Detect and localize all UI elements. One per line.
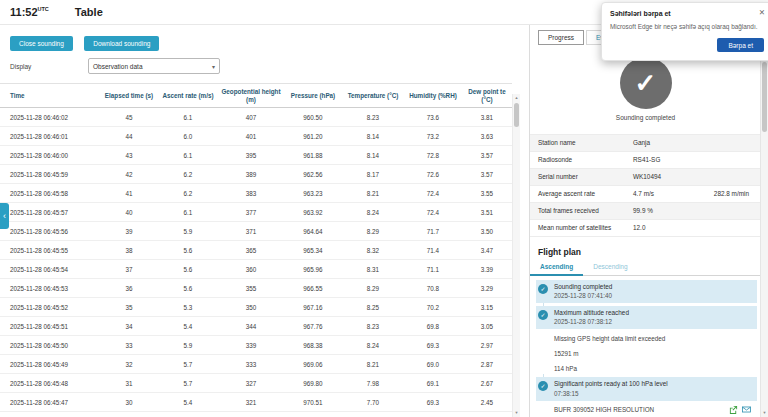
table-cell: 69.4 [404, 412, 462, 417]
table-cell: 3.15 [462, 298, 512, 316]
table-cell: 3.39 [462, 260, 512, 278]
tab-descending[interactable]: Descending [583, 260, 637, 275]
column-header[interactable]: Elapsed time (s) [100, 84, 158, 107]
column-header[interactable]: Humidity (%RH) [404, 84, 462, 107]
column-header[interactable]: Ascent rate (m/s) [158, 84, 218, 107]
status-pane: Progress Events ✓ Sounding completed Sta… [530, 24, 761, 417]
detail-value: RS41-SG [633, 156, 691, 163]
export-icon[interactable] [729, 405, 738, 414]
toast-body: Microsoft Edge bir neçə səhifə açıq olar… [610, 22, 764, 31]
table-row[interactable]: 2025-11-28 06:45:58416.2383963.238.2172.… [0, 184, 512, 203]
table-row[interactable]: 2025-11-28 06:45:54375.6360965.968.3171.… [0, 260, 512, 279]
table-cell: 401 [218, 127, 284, 145]
table-row[interactable]: 2025-11-28 06:45:46295.2315971.167.6869.… [0, 412, 512, 417]
table-cell: 3.51 [462, 203, 512, 221]
table-cell: 2025-11-28 06:46:00 [0, 146, 100, 164]
detail-value: 4.7 m/s [633, 190, 691, 197]
table-cell: 69.3 [404, 336, 462, 354]
column-header[interactable]: Dew point te (°C) [462, 84, 512, 107]
table-cell: 5.7 [158, 374, 218, 392]
table-row[interactable]: 2025-11-28 06:46:00436.1395961.888.1472.… [0, 146, 512, 165]
table-row[interactable]: 2025-11-28 06:45:52355.3350967.168.2570.… [0, 298, 512, 317]
table-cell: 3.57 [462, 165, 512, 183]
table-cell: 6.0 [158, 127, 218, 145]
flight-event[interactable]: ✓Maximum altitude reached2025-11-28 07:3… [536, 306, 757, 329]
flight-event-group: ✓Maximum altitude reached2025-11-28 07:3… [536, 306, 757, 374]
check-icon: ✓ [538, 310, 548, 320]
table-cell: 7.70 [342, 393, 404, 411]
detail-row: Average ascent rate4.7 m/s282.8 m/min [530, 185, 761, 202]
display-label: Display [10, 63, 88, 70]
table-row[interactable]: 2025-11-28 06:45:53365.6355966.558.2970.… [0, 279, 512, 298]
column-header[interactable]: Geopotential height (m) [218, 84, 284, 107]
table-body: 2025-11-28 06:46:02456.1407960.508.2373.… [0, 108, 512, 417]
tab-progress[interactable]: Progress [538, 30, 584, 45]
table-cell: 968.38 [284, 336, 342, 354]
table-cell: 41 [100, 184, 158, 202]
check-icon: ✓ [635, 68, 657, 99]
table-cell: 3.55 [462, 184, 512, 202]
table-cell: 3.57 [462, 146, 512, 164]
column-header[interactable]: Pressure (hPa) [284, 84, 342, 107]
table-row[interactable]: 2025-11-28 06:45:59426.2389962.568.1772.… [0, 165, 512, 184]
table-cell: 40 [100, 203, 158, 221]
detail-value: 12.0 [633, 224, 691, 231]
table-row[interactable]: 2025-11-28 06:45:50335.9339968.388.2469.… [0, 336, 512, 355]
table-scrollbar-thumb[interactable] [514, 103, 519, 127]
table-cell: 70.2 [404, 298, 462, 316]
table-cell: 2.87 [462, 355, 512, 373]
close-icon[interactable]: ✕ [759, 8, 765, 17]
scroll-up-icon[interactable]: ▲ [513, 94, 520, 102]
sidebar-collapse-handle[interactable]: ‹ [0, 203, 9, 229]
display-select[interactable]: Observation data ▾ [88, 58, 220, 74]
table-cell: 5.6 [158, 279, 218, 297]
table-cell: 6.2 [158, 165, 218, 183]
close-sounding-button[interactable]: Close sounding [10, 36, 73, 51]
restore-button[interactable]: Bərpa et [717, 38, 764, 52]
table-cell: 2025-11-28 06:45:48 [0, 374, 100, 392]
flight-plan-timeline: ✓Sounding completed2025-11-28 07:41:40✓M… [536, 280, 757, 417]
tab-ascending[interactable]: Ascending [530, 260, 583, 276]
chevron-down-icon: ▾ [212, 63, 215, 70]
table-cell: 383 [218, 184, 284, 202]
table-cell: 969.80 [284, 374, 342, 392]
table-cell: 2025-11-28 06:46:01 [0, 127, 100, 145]
table-scrollbar[interactable]: ▲ ▼ [512, 94, 520, 417]
detail-label: Average ascent rate [538, 190, 633, 197]
event-detail: 114 hPa [536, 359, 757, 374]
detail-value: Ganja [633, 139, 691, 146]
detail-label: Serial number [538, 173, 633, 180]
panel-scrollbar[interactable]: ▲ ▼ [760, 24, 768, 417]
table-cell: 3.63 [462, 127, 512, 145]
column-header[interactable]: Temperature (°C) [342, 84, 404, 107]
table-row[interactable]: 2025-11-28 06:45:48315.7327969.807.9869.… [0, 374, 512, 393]
scroll-down-icon[interactable]: ▼ [513, 409, 520, 417]
toast-actions: Bərpa et [610, 38, 764, 52]
edge-restore-toast: Səhifələri bərpa et ✕ Microsoft Edge bir… [601, 2, 768, 61]
table-row[interactable]: 2025-11-28 06:46:02456.1407960.508.2373.… [0, 108, 512, 127]
table-row[interactable]: 2025-11-28 06:45:47305.4321970.517.7069.… [0, 393, 512, 412]
table-cell: 964.64 [284, 222, 342, 240]
column-header[interactable]: Time [0, 84, 100, 107]
table-row[interactable]: 2025-11-28 06:45:51345.4344967.768.2369.… [0, 317, 512, 336]
table-row[interactable]: 2025-11-28 06:45:55385.6365965.348.3271.… [0, 241, 512, 260]
download-sounding-button[interactable]: Download sounding [84, 36, 159, 51]
scroll-down-icon[interactable]: ▼ [761, 409, 768, 417]
table-cell: 2025-11-28 06:45:59 [0, 165, 100, 183]
table-cell: 967.76 [284, 317, 342, 335]
table-row[interactable]: 2025-11-28 06:46:01446.0401961.208.1473.… [0, 127, 512, 146]
flight-event[interactable]: ✓Sounding completed2025-11-28 07:41:40 [536, 280, 757, 303]
table-cell: 35 [100, 298, 158, 316]
mail-icon[interactable] [742, 405, 751, 414]
table-cell: 350 [218, 298, 284, 316]
table-row[interactable]: 2025-11-28 06:45:56395.9371964.648.2971.… [0, 222, 512, 241]
table-cell: 339 [218, 336, 284, 354]
table-cell: 29 [100, 412, 158, 417]
bufr-actions [729, 405, 751, 414]
table-cell: 2.67 [462, 374, 512, 392]
flight-event[interactable]: ✓Significant points ready at 100 hPa lev… [536, 377, 757, 400]
panel-scrollbar-thumb[interactable] [762, 62, 767, 132]
table-row[interactable]: 2025-11-28 06:45:57406.1377963.928.2472.… [0, 203, 512, 222]
table-row[interactable]: 2025-11-28 06:45:49325.7333969.068.2169.… [0, 355, 512, 374]
table-cell: 365 [218, 241, 284, 259]
